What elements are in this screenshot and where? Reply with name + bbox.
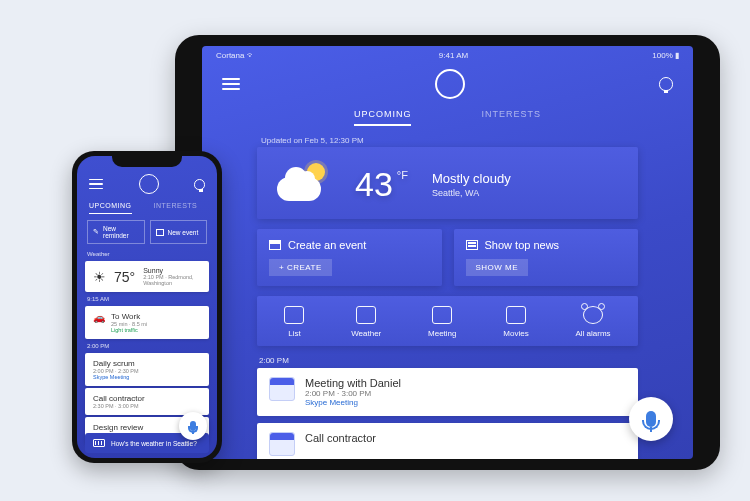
phone-weather-card[interactable]: ☀ 75° Sunny 2:10 PM · Redmond, Washingto… (85, 261, 209, 292)
show-me-button[interactable]: SHOW ME (466, 259, 529, 276)
tab-interests[interactable]: INTERESTS (481, 109, 541, 126)
event-row-meeting[interactable]: Meeting with Daniel 2:00 PM · 3:00 PM Sk… (257, 368, 638, 416)
tab-interests[interactable]: INTERESTS (154, 202, 198, 214)
weather-icon (356, 306, 376, 324)
event-subtitle: 2:00 PM · 3:00 PM (305, 389, 401, 398)
phone-event-towork[interactable]: 🚗 To Work 25 min · 8.5 mi Light traffic (85, 306, 209, 339)
tablet-content: Updated on Feb 5, 12:30 PM 43°F Mostly c… (202, 136, 693, 459)
create-event-card[interactable]: Create an event + CREATE (257, 229, 442, 286)
calendar-icon (269, 240, 281, 250)
event-title: Daily scrum (93, 359, 201, 368)
traffic-label: Light traffic (111, 327, 147, 333)
phone-tabs: UPCOMING INTERESTS (77, 198, 217, 214)
voice-mic-button[interactable] (629, 397, 673, 441)
quick-movies[interactable]: Movies (503, 306, 528, 338)
temperature-value: 43°F (355, 165, 408, 204)
reminder-icon: ✎ (93, 228, 99, 236)
calendar-icon (156, 229, 164, 236)
weather-card[interactable]: 43°F Mostly cloudy Seattle, WA (257, 147, 638, 219)
weather-desc: Mostly cloudy (432, 171, 511, 186)
section-time-2: 2:00 PM (77, 341, 217, 351)
event-subtitle: 2:30 PM · 3:00 PM (93, 403, 201, 409)
list-icon (284, 306, 304, 324)
event-link[interactable]: Skype Meeting (305, 398, 401, 407)
phone-event-scrum[interactable]: Daily scrum 2:00 PM · 2:30 PM Skype Meet… (85, 353, 209, 386)
event-link[interactable]: Skype Meeting (93, 374, 201, 380)
event-title: To Work (111, 312, 147, 321)
cortana-logo-icon[interactable] (435, 69, 465, 99)
tab-upcoming[interactable]: UPCOMING (89, 202, 132, 214)
hamburger-menu-icon[interactable] (89, 179, 103, 190)
event-title: Meeting with Daniel (305, 377, 401, 389)
event-row-call[interactable]: Call contractor (257, 423, 638, 459)
quick-alarms[interactable]: All alarms (575, 306, 610, 338)
tablet-device: Cortana ᯤ 9:41 AM 100% ▮ UPCOMING INTERE… (175, 35, 720, 470)
section-weather: Weather (77, 249, 217, 259)
phone-screen: UPCOMING INTERESTS ✎New reminder New eve… (77, 156, 217, 458)
tablet-tabs: UPCOMING INTERESTS (202, 101, 693, 132)
alarm-icon (583, 306, 603, 324)
quick-weather[interactable]: Weather (351, 306, 381, 338)
microphone-icon (190, 421, 196, 431)
time-section-label: 2:00 PM (259, 356, 638, 365)
quick-list[interactable]: List (284, 306, 304, 338)
quick-meeting[interactable]: Meeting (428, 306, 456, 338)
partly-cloudy-icon (277, 163, 331, 205)
calendar-event-icon (269, 432, 295, 456)
event-title: Call contractor (93, 394, 201, 403)
phone-weather-desc: Sunny (143, 267, 201, 274)
movies-icon (506, 306, 526, 324)
ask-placeholder: How's the weather in Seattle? (111, 440, 197, 447)
tablet-screen: Cortana ᯤ 9:41 AM 100% ▮ UPCOMING INTERE… (202, 46, 693, 459)
top-news-card[interactable]: Show top news SHOW ME (454, 229, 639, 286)
wifi-icon: ᯤ (247, 51, 255, 60)
phone-actions: ✎New reminder New event (77, 214, 217, 249)
event-title: Call contractor (305, 432, 376, 444)
new-event-button[interactable]: New event (150, 220, 208, 244)
phone-weather-loc: 2:10 PM · Redmond, Washington (143, 274, 201, 286)
calendar-event-icon (269, 377, 295, 401)
phone-top-bar (77, 156, 217, 198)
tablet-status-bar: Cortana ᯤ 9:41 AM 100% ▮ (202, 46, 693, 65)
keyboard-icon (93, 439, 105, 447)
sun-icon: ☀ (93, 269, 106, 285)
carrier-label: Cortana ᯤ (216, 51, 255, 60)
tab-upcoming[interactable]: UPCOMING (354, 109, 412, 126)
create-button[interactable]: + CREATE (269, 259, 332, 276)
microphone-icon (646, 411, 656, 427)
voice-mic-button[interactable] (179, 412, 207, 440)
cortana-logo-icon[interactable] (139, 174, 159, 194)
new-reminder-button[interactable]: ✎New reminder (87, 220, 145, 244)
phone-device: UPCOMING INTERESTS ✎New reminder New eve… (72, 151, 222, 463)
battery-label: 100% ▮ (652, 51, 679, 60)
tips-bulb-icon[interactable] (194, 179, 205, 190)
quick-actions-row: List Weather Meeting Movies All alarms (257, 296, 638, 346)
phone-temp: 75° (114, 269, 135, 285)
car-icon: 🚗 (93, 312, 105, 323)
section-time-1: 9:15 AM (77, 294, 217, 304)
tips-bulb-icon[interactable] (659, 77, 673, 91)
hamburger-menu-icon[interactable] (222, 78, 240, 90)
updated-label: Updated on Feb 5, 12:30 PM (261, 136, 638, 145)
newspaper-icon (466, 240, 478, 250)
tablet-top-bar (202, 65, 693, 101)
weather-location: Seattle, WA (432, 188, 511, 198)
clock-label: 9:41 AM (439, 51, 468, 60)
phone-event-call[interactable]: Call contractor 2:30 PM · 3:00 PM (85, 388, 209, 415)
meeting-icon (432, 306, 452, 324)
